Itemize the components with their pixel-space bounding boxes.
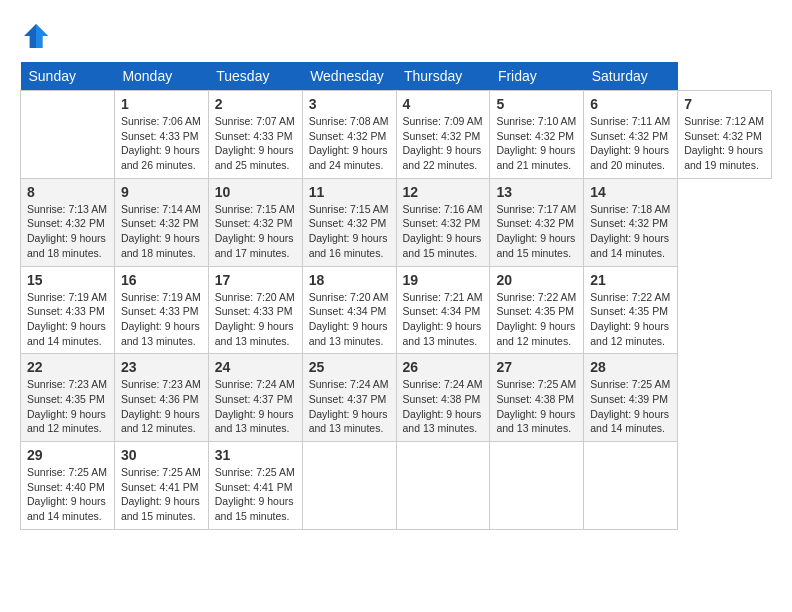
cal-cell: 29Sunrise: 7:25 AMSunset: 4:40 PMDayligh… (21, 442, 115, 530)
day-number: 7 (684, 96, 765, 112)
cal-cell: 10Sunrise: 7:15 AMSunset: 4:32 PMDayligh… (208, 178, 302, 266)
day-number: 14 (590, 184, 671, 200)
day-number: 24 (215, 359, 296, 375)
cal-cell: 30Sunrise: 7:25 AMSunset: 4:41 PMDayligh… (114, 442, 208, 530)
cell-text: Sunrise: 7:18 AMSunset: 4:32 PMDaylight:… (590, 203, 670, 259)
cell-text: Sunrise: 7:09 AMSunset: 4:32 PMDaylight:… (403, 115, 483, 171)
day-number: 12 (403, 184, 484, 200)
cell-text: Sunrise: 7:23 AMSunset: 4:36 PMDaylight:… (121, 378, 201, 434)
cal-cell: 15Sunrise: 7:19 AMSunset: 4:33 PMDayligh… (21, 266, 115, 354)
cal-cell: 7Sunrise: 7:12 AMSunset: 4:32 PMDaylight… (678, 91, 772, 179)
cell-text: Sunrise: 7:21 AMSunset: 4:34 PMDaylight:… (403, 291, 483, 347)
day-number: 16 (121, 272, 202, 288)
cell-text: Sunrise: 7:25 AMSunset: 4:38 PMDaylight:… (496, 378, 576, 434)
calendar-table: SundayMondayTuesdayWednesdayThursdayFrid… (20, 62, 772, 530)
week-row-1: 8Sunrise: 7:13 AMSunset: 4:32 PMDaylight… (21, 178, 772, 266)
cal-cell: 20Sunrise: 7:22 AMSunset: 4:35 PMDayligh… (490, 266, 584, 354)
cal-cell: 8Sunrise: 7:13 AMSunset: 4:32 PMDaylight… (21, 178, 115, 266)
weekday-header-wednesday: Wednesday (302, 62, 396, 91)
day-number: 4 (403, 96, 484, 112)
cell-text: Sunrise: 7:24 AMSunset: 4:37 PMDaylight:… (309, 378, 389, 434)
weekday-header-friday: Friday (490, 62, 584, 91)
cal-cell: 21Sunrise: 7:22 AMSunset: 4:35 PMDayligh… (584, 266, 678, 354)
day-number: 13 (496, 184, 577, 200)
week-row-2: 15Sunrise: 7:19 AMSunset: 4:33 PMDayligh… (21, 266, 772, 354)
cell-text: Sunrise: 7:12 AMSunset: 4:32 PMDaylight:… (684, 115, 764, 171)
cal-cell (584, 442, 678, 530)
day-number: 9 (121, 184, 202, 200)
weekday-header-tuesday: Tuesday (208, 62, 302, 91)
day-number: 11 (309, 184, 390, 200)
cell-text: Sunrise: 7:06 AMSunset: 4:33 PMDaylight:… (121, 115, 201, 171)
day-number: 25 (309, 359, 390, 375)
day-number: 10 (215, 184, 296, 200)
cell-text: Sunrise: 7:25 AMSunset: 4:41 PMDaylight:… (215, 466, 295, 522)
cal-cell (396, 442, 490, 530)
cell-text: Sunrise: 7:25 AMSunset: 4:41 PMDaylight:… (121, 466, 201, 522)
weekday-header-monday: Monday (114, 62, 208, 91)
cal-cell: 31Sunrise: 7:25 AMSunset: 4:41 PMDayligh… (208, 442, 302, 530)
cal-cell: 16Sunrise: 7:19 AMSunset: 4:33 PMDayligh… (114, 266, 208, 354)
cal-cell: 1Sunrise: 7:06 AMSunset: 4:33 PMDaylight… (114, 91, 208, 179)
cal-cell: 12Sunrise: 7:16 AMSunset: 4:32 PMDayligh… (396, 178, 490, 266)
day-number: 23 (121, 359, 202, 375)
cal-cell: 6Sunrise: 7:11 AMSunset: 4:32 PMDaylight… (584, 91, 678, 179)
cal-cell: 25Sunrise: 7:24 AMSunset: 4:37 PMDayligh… (302, 354, 396, 442)
cal-cell: 11Sunrise: 7:15 AMSunset: 4:32 PMDayligh… (302, 178, 396, 266)
cell-text: Sunrise: 7:15 AMSunset: 4:32 PMDaylight:… (215, 203, 295, 259)
cal-cell: 18Sunrise: 7:20 AMSunset: 4:34 PMDayligh… (302, 266, 396, 354)
cal-cell: 4Sunrise: 7:09 AMSunset: 4:32 PMDaylight… (396, 91, 490, 179)
cell-text: Sunrise: 7:11 AMSunset: 4:32 PMDaylight:… (590, 115, 670, 171)
day-number: 17 (215, 272, 296, 288)
day-number: 19 (403, 272, 484, 288)
weekday-header-row: SundayMondayTuesdayWednesdayThursdayFrid… (21, 62, 772, 91)
cell-text: Sunrise: 7:22 AMSunset: 4:35 PMDaylight:… (496, 291, 576, 347)
day-number: 2 (215, 96, 296, 112)
weekday-header-saturday: Saturday (584, 62, 678, 91)
cell-text: Sunrise: 7:19 AMSunset: 4:33 PMDaylight:… (27, 291, 107, 347)
cell-text: Sunrise: 7:22 AMSunset: 4:35 PMDaylight:… (590, 291, 670, 347)
cal-cell: 22Sunrise: 7:23 AMSunset: 4:35 PMDayligh… (21, 354, 115, 442)
cell-text: Sunrise: 7:25 AMSunset: 4:39 PMDaylight:… (590, 378, 670, 434)
cell-text: Sunrise: 7:14 AMSunset: 4:32 PMDaylight:… (121, 203, 201, 259)
cal-cell (490, 442, 584, 530)
weekday-header-thursday: Thursday (396, 62, 490, 91)
day-number: 22 (27, 359, 108, 375)
cell-text: Sunrise: 7:20 AMSunset: 4:33 PMDaylight:… (215, 291, 295, 347)
week-row-0: 1Sunrise: 7:06 AMSunset: 4:33 PMDaylight… (21, 91, 772, 179)
cell-text: Sunrise: 7:19 AMSunset: 4:33 PMDaylight:… (121, 291, 201, 347)
cell-text: Sunrise: 7:17 AMSunset: 4:32 PMDaylight:… (496, 203, 576, 259)
cell-text: Sunrise: 7:13 AMSunset: 4:32 PMDaylight:… (27, 203, 107, 259)
day-number: 26 (403, 359, 484, 375)
day-number: 15 (27, 272, 108, 288)
day-number: 1 (121, 96, 202, 112)
day-number: 3 (309, 96, 390, 112)
cell-text: Sunrise: 7:24 AMSunset: 4:38 PMDaylight:… (403, 378, 483, 434)
cal-cell: 26Sunrise: 7:24 AMSunset: 4:38 PMDayligh… (396, 354, 490, 442)
day-number: 8 (27, 184, 108, 200)
day-number: 20 (496, 272, 577, 288)
cell-text: Sunrise: 7:15 AMSunset: 4:32 PMDaylight:… (309, 203, 389, 259)
day-number: 28 (590, 359, 671, 375)
cal-cell: 14Sunrise: 7:18 AMSunset: 4:32 PMDayligh… (584, 178, 678, 266)
day-number: 21 (590, 272, 671, 288)
week-row-4: 29Sunrise: 7:25 AMSunset: 4:40 PMDayligh… (21, 442, 772, 530)
day-number: 27 (496, 359, 577, 375)
cal-cell: 23Sunrise: 7:23 AMSunset: 4:36 PMDayligh… (114, 354, 208, 442)
cal-cell: 9Sunrise: 7:14 AMSunset: 4:32 PMDaylight… (114, 178, 208, 266)
day-number: 29 (27, 447, 108, 463)
cal-cell: 28Sunrise: 7:25 AMSunset: 4:39 PMDayligh… (584, 354, 678, 442)
cal-cell (21, 91, 115, 179)
day-number: 18 (309, 272, 390, 288)
cell-text: Sunrise: 7:07 AMSunset: 4:33 PMDaylight:… (215, 115, 295, 171)
cal-cell: 13Sunrise: 7:17 AMSunset: 4:32 PMDayligh… (490, 178, 584, 266)
cell-text: Sunrise: 7:23 AMSunset: 4:35 PMDaylight:… (27, 378, 107, 434)
day-number: 30 (121, 447, 202, 463)
cell-text: Sunrise: 7:24 AMSunset: 4:37 PMDaylight:… (215, 378, 295, 434)
week-row-3: 22Sunrise: 7:23 AMSunset: 4:35 PMDayligh… (21, 354, 772, 442)
logo (20, 20, 56, 52)
cell-text: Sunrise: 7:10 AMSunset: 4:32 PMDaylight:… (496, 115, 576, 171)
cell-text: Sunrise: 7:16 AMSunset: 4:32 PMDaylight:… (403, 203, 483, 259)
cal-cell: 17Sunrise: 7:20 AMSunset: 4:33 PMDayligh… (208, 266, 302, 354)
weekday-header-sunday: Sunday (21, 62, 115, 91)
